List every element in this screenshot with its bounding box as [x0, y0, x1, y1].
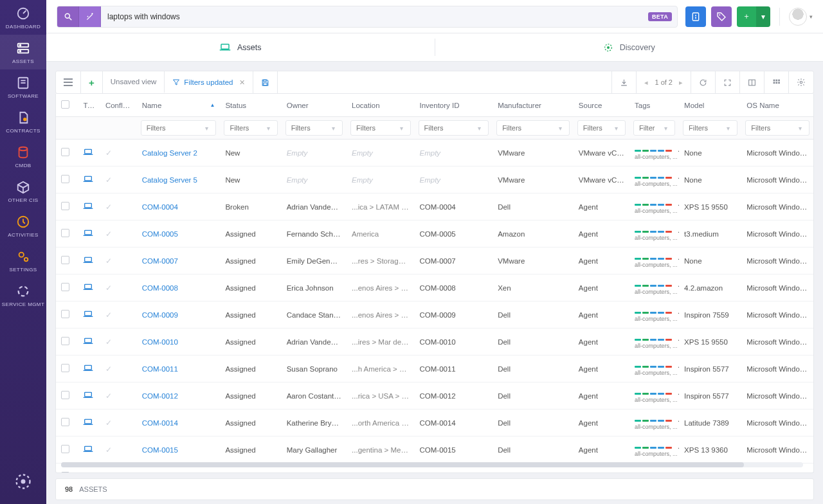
asset-name-link[interactable]: COM-0012 — [142, 392, 178, 400]
grid-button[interactable] — [764, 71, 789, 93]
cell-location: ...h America > Mexico — [347, 356, 414, 382]
col-owner[interactable]: Owner — [282, 94, 347, 117]
col-name[interactable]: Name▲ — [137, 94, 221, 117]
avatar — [789, 8, 807, 26]
col-source[interactable]: Source — [574, 94, 629, 117]
sidebar-item-software[interactable]: SOFTWARE — [0, 69, 46, 104]
user-menu[interactable]: ▾ — [789, 8, 813, 26]
svg-point-8 — [23, 118, 27, 122]
asset-name-link[interactable]: COM-0008 — [142, 284, 178, 292]
sidebar-item-other-cis[interactable]: OTHER CIS — [0, 174, 46, 208]
table-row[interactable]: ✓Catalog Server 5NewEmptyEmptyEmptyVMwar… — [56, 166, 813, 194]
row-checkbox[interactable] — [61, 202, 69, 210]
unsaved-view-tab[interactable]: Unsaved view — [103, 71, 165, 93]
magic-wand-icon[interactable] — [79, 6, 101, 28]
asset-name-link[interactable]: COM-0016 — [142, 473, 178, 474]
table-row[interactable]: ✓Catalog Server 2NewEmptyEmptyEmptyVMwar… — [56, 140, 813, 166]
col-conflicts[interactable]: Conflicts — [100, 94, 137, 117]
col-type[interactable]: Type — [78, 94, 100, 117]
info-button[interactable] — [685, 6, 706, 27]
row-checkbox[interactable] — [61, 229, 69, 237]
row-checkbox[interactable] — [61, 418, 69, 426]
search-input[interactable] — [101, 12, 648, 21]
asset-name-link[interactable]: Catalog Server 5 — [142, 176, 197, 184]
laptop-icon — [83, 204, 93, 212]
download-button[interactable] — [612, 71, 637, 93]
table-row[interactable]: ✓COM-0005AssignedFernando SchultzAmerica… — [56, 221, 813, 248]
col-location[interactable]: Location — [347, 94, 414, 117]
asset-name-link[interactable]: COM-0007 — [142, 257, 178, 265]
pager-next[interactable]: ▸ — [679, 78, 683, 87]
settings-button[interactable] — [789, 71, 813, 93]
tab-assets[interactable]: Assets — [46, 33, 435, 61]
row-checkbox[interactable] — [61, 283, 69, 291]
svg-rect-54 — [85, 338, 92, 343]
check-icon: ✓ — [105, 338, 112, 346]
asset-name-link[interactable]: COM-0011 — [142, 365, 178, 373]
filter-source[interactable] — [577, 120, 626, 136]
check-icon: ✓ — [105, 311, 112, 319]
row-checkbox[interactable] — [61, 148, 69, 156]
row-checkbox[interactable] — [61, 310, 69, 318]
tab-discovery[interactable]: Discovery — [435, 33, 824, 61]
sidebar-item-contracts[interactable]: CONTRACTS — [0, 104, 46, 139]
check-icon: ✓ — [105, 230, 112, 238]
row-checkbox[interactable] — [61, 175, 69, 183]
table-row[interactable]: ✓COM-0015AssignedMary Gallagher...gentin… — [56, 437, 813, 464]
asset-name-link[interactable]: COM-0004 — [142, 203, 178, 211]
row-checkbox[interactable] — [61, 445, 69, 453]
filter-tags[interactable] — [633, 120, 675, 136]
col-manufacturer[interactable]: Manufacturer — [493, 94, 574, 117]
table-row[interactable]: ✓COM-0008AssignedErica Johnson...enos Ai… — [56, 274, 813, 302]
filters-updated-tab[interactable]: Filters updated ✕ — [165, 71, 253, 93]
fullscreen-button[interactable] — [716, 71, 740, 93]
table-row[interactable]: ✓COM-0007AssignedEmily DeGennaro...res >… — [56, 248, 813, 274]
col-tags[interactable]: Tags — [629, 94, 679, 117]
svg-rect-56 — [85, 365, 92, 370]
col-inventory[interactable]: Inventory ID — [415, 94, 493, 117]
table-row[interactable]: ✓COM-0004BrokenAdrian Vandenberg...ica >… — [56, 194, 813, 221]
asset-name-link[interactable]: Catalog Server 2 — [142, 149, 197, 157]
table-row[interactable]: ✓COM-0009AssignedCandace Stansell...enos… — [56, 302, 813, 328]
save-view-button[interactable] — [253, 71, 278, 93]
refresh-button[interactable] — [691, 71, 716, 93]
add-button[interactable]: ＋ ▾ — [737, 6, 770, 27]
asset-name-link[interactable]: COM-0005 — [142, 230, 178, 238]
cell-owner: Adrian Vandenberg — [282, 328, 347, 356]
sidebar-item-settings[interactable]: SETTINGS — [0, 243, 46, 278]
col-status[interactable]: Status — [220, 94, 281, 117]
row-checkbox[interactable] — [61, 391, 69, 399]
table-row[interactable]: ✓COM-0011AssignedSusan Soprano...h Ameri… — [56, 356, 813, 382]
svg-rect-38 — [778, 82, 780, 84]
tag-button[interactable] — [711, 6, 732, 27]
row-checkbox[interactable] — [61, 337, 69, 345]
svg-rect-36 — [773, 82, 775, 84]
hamburger-button[interactable] — [56, 71, 81, 93]
col-checkbox[interactable] — [56, 94, 78, 117]
asset-name-link[interactable]: COM-0010 — [142, 338, 178, 346]
add-view-button[interactable]: + — [81, 71, 103, 93]
table-row[interactable]: ✓COM-0012AssignedAaron Costantino...rica… — [56, 382, 813, 410]
row-checkbox[interactable] — [61, 364, 69, 372]
table-row[interactable]: ✓COM-0010AssignedAdrian Vandenberg...ire… — [56, 328, 813, 356]
asset-name-link[interactable]: COM-0015 — [142, 446, 178, 454]
asset-name-link[interactable]: COM-0009 — [142, 311, 178, 319]
sidebar-item-assets[interactable]: ASSETS — [0, 35, 46, 69]
col-model[interactable]: Model — [679, 94, 741, 117]
asset-name-link[interactable]: COM-0014 — [142, 419, 178, 427]
sidebar-item-service-mgmt[interactable]: SERVICE MGMT — [0, 278, 46, 312]
svg-point-16 — [65, 14, 69, 18]
table-row[interactable]: ✓COM-0014AssignedKatherine Bryant...orth… — [56, 410, 813, 437]
col-os[interactable]: OS Name — [741, 94, 813, 117]
sidebar-item-activities[interactable]: ACTIVITIES — [0, 208, 46, 243]
sidebar-item-cmdb[interactable]: CMDB — [0, 139, 46, 174]
columns-button[interactable] — [740, 71, 764, 93]
row-checkbox[interactable] — [61, 472, 69, 473]
close-icon[interactable]: ✕ — [239, 78, 245, 87]
search-icon[interactable] — [57, 6, 79, 28]
sidebar-item-dashboard[interactable]: DASHBOARD — [0, 0, 46, 35]
horizontal-scrollbar[interactable] — [61, 462, 803, 469]
pager-prev[interactable]: ◂ — [644, 78, 648, 87]
row-checkbox[interactable] — [61, 256, 69, 264]
cell-tags: all-computers, ... — [629, 437, 679, 464]
